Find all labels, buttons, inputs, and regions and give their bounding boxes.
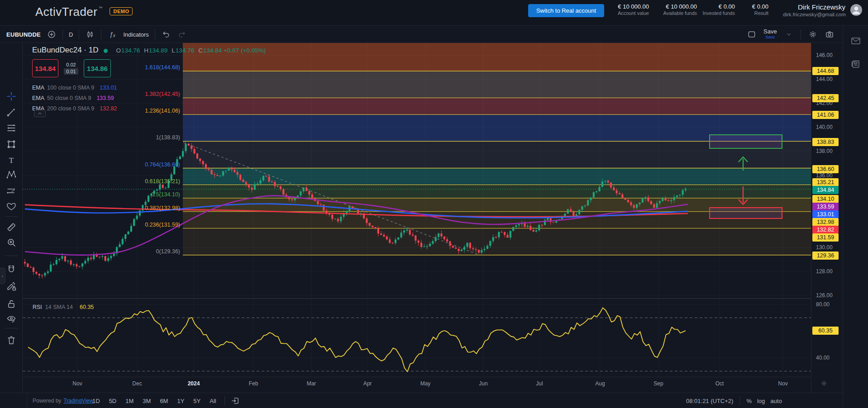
range-button-5y[interactable]: 5Y <box>191 396 203 406</box>
indicators-button[interactable]: Indicators <box>123 31 148 38</box>
chevron-down-icon[interactable] <box>784 29 794 39</box>
range-button-all[interactable]: All <box>207 396 219 406</box>
range-button-3m[interactable]: 3M <box>140 396 153 406</box>
quote-panel: 134.84 0.02 0.01 134.86 <box>32 59 111 77</box>
trend-line-icon[interactable] <box>6 107 17 118</box>
tool-divider <box>5 328 18 328</box>
shapes-icon[interactable] <box>6 139 17 150</box>
clock-label[interactable]: 08:01:21 (UTC+2) <box>686 398 733 404</box>
price-label-badge: 141.06 <box>812 111 839 119</box>
ema-legend-row[interactable]: EMA50 close 0 SMA 9133.59 <box>32 93 117 103</box>
price-label-badge: 135.21 <box>812 178 839 186</box>
symbol-button[interactable]: EUBUNDDE <box>6 31 41 38</box>
collapse-legend-button[interactable] <box>34 110 46 117</box>
expand-panel-tab[interactable]: › <box>0 268 5 284</box>
short-position-box <box>710 208 782 218</box>
switch-to-real-account-button[interactable]: Switch to Real account <box>528 4 604 17</box>
toolbar-divider <box>155 29 155 39</box>
metric-label: Account value <box>610 10 649 16</box>
time-label: Apr <box>363 380 372 387</box>
range-button-1m[interactable]: 1M <box>123 396 136 406</box>
timeframe-button[interactable]: D <box>69 31 73 38</box>
price-chart[interactable]: EuBundDec24 · 1D O134.76H134.89L134.76C1… <box>23 43 811 377</box>
account-metric: € 0.00Result <box>740 3 768 16</box>
price-label-badge: 134.84 <box>812 186 839 194</box>
price-label-badge: 138.83 <box>812 138 839 146</box>
redo-icon[interactable] <box>177 29 187 39</box>
app-root: ActivTrader ™ DEMO Switch to Real accoun… <box>0 0 868 408</box>
remove-drawings-trash-icon[interactable] <box>6 335 17 346</box>
drawing-pencil-lock-icon[interactable] <box>6 280 17 291</box>
ohlc-item: H134.89 <box>144 47 167 54</box>
undo-icon[interactable] <box>161 29 171 39</box>
lock-all-icon[interactable] <box>6 299 17 309</box>
magnet-icon[interactable] <box>6 264 17 275</box>
price-label-badge: 133.59 <box>812 203 839 211</box>
right-sidebar <box>843 26 868 408</box>
chart-canvas[interactable] <box>23 43 811 379</box>
price-label-badge: 129.36 <box>812 251 839 260</box>
scale-button-auto[interactable]: auto <box>770 398 782 404</box>
toolbar-divider <box>62 29 63 39</box>
avatar[interactable] <box>850 4 863 16</box>
mail-icon[interactable] <box>850 35 861 46</box>
metric-label: Result <box>740 10 768 16</box>
chart-style-icon[interactable] <box>85 29 95 39</box>
tradingview-link[interactable]: TradingView <box>63 398 93 404</box>
sell-bid-button[interactable]: 134.84 <box>32 59 58 77</box>
time-label: Aug <box>595 380 605 387</box>
ohlc-item: C134.84 <box>198 47 222 54</box>
ema-legend-row[interactable]: EMA100 close 0 SMA 9133.01 <box>32 82 117 93</box>
emoji-heart-icon[interactable] <box>6 201 17 212</box>
axis-tick: 40.00 <box>816 354 830 361</box>
camera-icon[interactable] <box>825 29 835 39</box>
compare-add-icon[interactable] <box>47 29 57 39</box>
account-metric: € 10 000.00Account value <box>610 3 649 16</box>
fx-icon[interactable]: ƒx <box>107 29 117 39</box>
settings-gear-icon[interactable] <box>808 29 818 39</box>
logo-trademark: ™ <box>98 6 102 10</box>
axis-tick: 130.00 <box>816 244 833 251</box>
hide-drawings-eye-icon[interactable] <box>6 313 17 324</box>
buy-ask-button[interactable]: 134.86 <box>84 59 111 77</box>
axis-settings-gear-icon[interactable] <box>820 380 827 389</box>
range-button-6m[interactable]: 6M <box>157 396 171 406</box>
ohlc-values: O134.76H134.89L134.76C134.84 <box>116 47 222 54</box>
measure-ruler-icon[interactable] <box>6 222 17 232</box>
range-button-1d[interactable]: 1D <box>90 396 103 406</box>
tool-divider <box>5 256 18 256</box>
text-tool-icon[interactable]: T <box>6 155 17 166</box>
crosshair-icon[interactable] <box>6 91 17 102</box>
time-label: Jun <box>479 380 487 387</box>
price-axis[interactable]: 146.00144.00142.00140.00138.00136.00130.… <box>811 43 843 393</box>
time-label: Dec <box>132 380 142 387</box>
layout-icon[interactable] <box>747 29 757 39</box>
go-to-date-icon[interactable] <box>230 396 240 406</box>
metric-value: € 0.00 <box>702 3 735 10</box>
axis-tick: 140.00 <box>816 123 833 131</box>
scale-buttons: %logauto <box>746 398 782 404</box>
pattern-xabcd-icon[interactable] <box>6 169 17 180</box>
price-label-badge: 144.68 <box>812 67 839 75</box>
scale-button-log[interactable]: log <box>757 398 765 404</box>
user-info[interactable]: Dirk Friczewsky dirk.friczewsky@gmail.co… <box>783 3 845 18</box>
symbol-title[interactable]: EuBundDec24 · 1D <box>32 46 98 55</box>
forecast-tool-icon[interactable] <box>6 185 17 196</box>
time-label: Oct <box>715 380 724 387</box>
range-button-5d[interactable]: 5D <box>106 396 119 406</box>
account-metrics: € 10 000.00Account value€ 10 000.00Avail… <box>610 3 768 16</box>
time-label: 2024 <box>188 380 200 387</box>
save-button[interactable]: Save Save <box>763 29 777 40</box>
ema-label: EMA <box>32 95 44 101</box>
fib-lines-icon[interactable] <box>6 123 17 133</box>
range-button-1y[interactable]: 1Y <box>174 396 187 406</box>
scale-button-%[interactable]: % <box>746 398 752 404</box>
ema-params: 100 close 0 SMA 9 <box>47 85 94 91</box>
time-axis[interactable]: NovDec2024FebMarAprMayJunJulAugSepOctNov <box>23 377 811 393</box>
rsi-line <box>28 308 686 371</box>
zoom-in-icon[interactable] <box>6 237 17 248</box>
time-label: Sep <box>653 380 663 387</box>
news-icon[interactable] <box>850 58 861 69</box>
spread-display: 0.02 0.01 <box>58 62 84 75</box>
chart-legend: EuBundDec24 · 1D O134.76H134.89L134.76C1… <box>32 46 266 55</box>
